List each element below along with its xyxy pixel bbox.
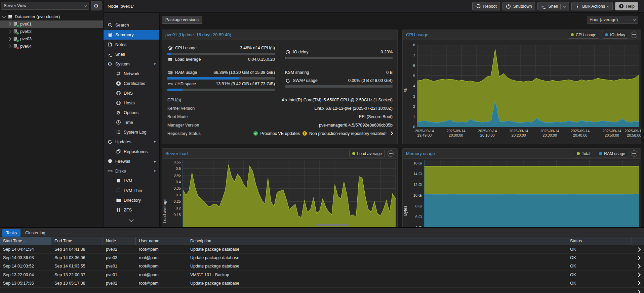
column-header-end-time[interactable]: End Time [51,237,103,245]
svg-text:2025-09-14: 2025-09-14 [571,129,590,133]
info-label: Manager Version [167,123,199,128]
menu-item-dns[interactable]: DNS [104,88,159,98]
info-label: CPU(s) [167,98,181,102]
time-range-selector[interactable]: Hour (average) [587,16,638,24]
svg-text:20:30:00: 20:30:00 [542,133,557,137]
collapse-panel-icon[interactable] [388,150,394,157]
menu-item-zfs[interactable]: ZFS [104,205,159,215]
shutdown-button[interactable]: Shutdown [502,2,535,10]
legend-item-total[interactable]: Total [574,150,593,157]
column-header-status[interactable]: Status [567,237,632,245]
svg-text:2025-09-14: 2025-09-14 [509,129,528,133]
refresh-icon [285,78,290,83]
package-versions-button[interactable]: Package versions [162,16,202,24]
menu-item-summary[interactable]: Summary [104,30,159,40]
gauge-row: Load average0.04,0.15,0.20 [167,56,275,63]
tasks-tab-bar: TasksCluster log [0,228,644,237]
chevron-right-icon[interactable] [636,290,641,293]
button-label: Shell [548,4,558,9]
legend-item-cpu-usage[interactable]: CPU usage [568,31,599,39]
menu-item-firewall[interactable]: Firewall▶ [104,156,159,166]
expand-down-icon[interactable]: ▼ [153,169,156,173]
chevron-right-icon[interactable] [7,22,11,26]
view-selector[interactable]: Server View [1,2,89,10]
tab-tasks[interactable]: Tasks [2,229,21,237]
tree-item-pve02[interactable]: pve02 [0,28,103,35]
svg-text:20:50:00: 20:50:00 [605,133,619,137]
menu-item-system[interactable]: ⚙System▼ [104,59,159,69]
task-row[interactable]: Sep 14 04:41:34Sep 14 04:41:38pve02root@… [0,245,644,254]
menu-item-lvm-thin[interactable]: LVM-Thin [104,186,159,195]
menu-item-repositories[interactable]: Repositories [104,147,159,156]
tasks-table-body: Sep 14 04:41:34Sep 14 04:41:38pve02root@… [0,245,644,293]
menu-item-search[interactable]: Search [104,20,159,30]
svg-text:0.15: 0.15 [174,213,181,217]
bulk-actions-button[interactable]: ⋮Bulk Actions [571,2,613,10]
legend-item-ram-usage[interactable]: RAM usage [596,150,628,157]
menu-item-hosts[interactable]: Hosts [104,98,159,108]
gauge-row: IO delay0.23% [285,48,393,56]
menu-item-directory[interactable]: Directory [104,195,159,205]
task-row[interactable]: Sep 14 01:03:52Sep 14 01:03:55pve01root@… [0,262,644,271]
chevron-right-icon[interactable] [7,44,11,48]
shell-button[interactable]: >_Shell [537,2,569,10]
menu-item-system-log[interactable]: System Log [104,127,159,137]
summary-info-rows: CPU(s)4 x Intel(R) Core(TM) i5-6500T CPU… [167,96,393,138]
horizontal-scrollbar-thumb[interactable] [316,224,349,226]
tab-cluster-log[interactable]: Cluster log [22,229,49,237]
tree-item-pve01[interactable]: pve01 [0,20,103,28]
task-cell: pve02 [103,279,136,287]
chevron-right-icon[interactable] [636,264,641,268]
legend-item-load-average[interactable]: Load average [349,150,385,157]
spacer [285,44,393,48]
task-row[interactable] [0,288,644,293]
menu-item-certificates[interactable]: Certificates [104,79,159,88]
task-cell: pve01 [103,262,136,270]
menu-scroll-more[interactable] [104,218,159,222]
column-header-node[interactable]: Node [103,237,136,245]
chevron-right-icon[interactable] [636,247,641,252]
task-row[interactable]: Sep 14 03:36:03Sep 14 03:36:06pve03root@… [0,254,644,262]
column-header-user-name[interactable]: User name [136,237,187,245]
chevron-right-icon[interactable] [636,273,641,277]
menu-item-network[interactable]: Network [104,69,159,79]
chevron-right-icon[interactable] [636,281,641,285]
legend-item-io-delay[interactable]: IO delay [602,31,628,39]
cpu-usage-panel: CPU usageCPU usageIO delay876543210%2025… [402,30,641,144]
collapse-panel-icon[interactable] [631,150,637,157]
menu-item-shell[interactable]: >_Shell [104,49,159,59]
collapse-panel-icon[interactable] [631,32,637,38]
tree-item-pve04[interactable]: pve04 [0,43,103,50]
task-row[interactable]: Sep 13 22:00:04Sep 13 22:00:37pve01root@… [0,271,644,279]
chevron-right-icon[interactable] [7,37,11,41]
menu-item-disks[interactable]: Disks▼ [104,166,159,176]
menu-item-label: Certificates [124,81,145,86]
tree-item-datacenter[interactable]: Datacenter (pve-cluster) [0,13,103,20]
expand-down-icon[interactable]: ▼ [153,62,156,66]
menu-item-updates[interactable]: Updates▼ [104,137,159,147]
column-header-start-time[interactable]: Start Time↓ [0,237,51,245]
column-header-description[interactable]: Description [187,237,567,245]
menu-item-label: Time [124,120,133,125]
legend-label: Load average [357,151,382,156]
server-load-panel: Server loadLoad average0.550.50.450.40.3… [162,148,398,227]
menu-item-time[interactable]: Time [104,117,159,127]
chevron-right-icon[interactable] [636,256,641,260]
chevron-right-icon[interactable] [7,30,11,33]
refresh-icon [107,139,113,144]
svg-text:2025-09-14: 2025-09-14 [540,129,559,133]
expand-right-icon[interactable]: ▶ [154,160,156,163]
menu-item-notes[interactable]: Notes [104,40,159,49]
reboot-button[interactable]: Reboot [472,2,500,10]
chevron-down-icon[interactable] [2,14,6,18]
gauge-label-group: RAM usage [167,70,197,75]
task-row[interactable]: Sep 13 05:17:35Sep 13 05:17:38pve02root@… [0,279,644,288]
chevron-right-icon[interactable] [389,131,393,136]
menu-item-options[interactable]: ⚙Options [104,108,159,117]
expand-down-icon[interactable]: ▼ [153,140,156,144]
node-icon [13,21,18,27]
menu-item-lvm[interactable]: LVM [104,176,159,186]
tree-settings-button[interactable]: ⚙ [91,1,102,10]
help-button[interactable]: ?Help [615,2,638,10]
tree-item-pve03[interactable]: pve03 [0,35,103,43]
